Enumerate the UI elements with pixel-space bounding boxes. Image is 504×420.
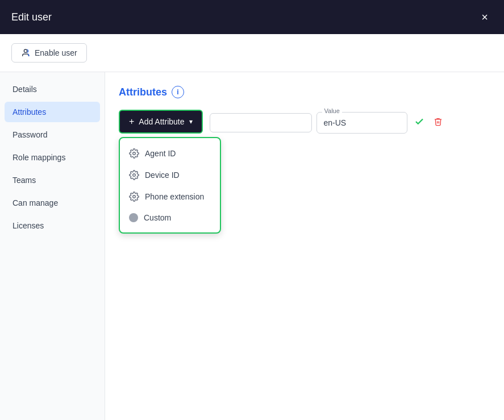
sidebar-item-details[interactable]: Details: [5, 79, 100, 99]
value-label: Value: [322, 107, 342, 114]
trash-icon: [434, 117, 443, 126]
attribute-name-input[interactable]: [210, 113, 312, 132]
agent-id-label: Agent ID: [145, 149, 176, 158]
enable-user-label: Enable user: [35, 48, 77, 57]
chevron-down-icon: ▾: [189, 118, 193, 126]
value-field-wrapper: Value: [316, 112, 407, 134]
custom-icon: [129, 213, 138, 222]
add-attribute-container: + Add Attribute ▾ Agent ID: [119, 110, 203, 134]
dropdown-item-agent-id[interactable]: Agent ID: [120, 143, 220, 164]
section-header: Attributes i: [119, 86, 490, 98]
close-button[interactable]: ×: [477, 9, 493, 25]
enable-user-button[interactable]: Enable user: [11, 43, 87, 63]
dropdown-item-custom[interactable]: Custom: [120, 207, 220, 228]
sidebar: Details Attributes Password Role mapping…: [0, 72, 105, 420]
modal-toolbar: Enable user: [0, 34, 504, 72]
delete-button[interactable]: [431, 115, 445, 131]
value-input-group: Value: [210, 112, 445, 134]
modal-body: Details Attributes Password Role mapping…: [0, 72, 504, 420]
edit-user-modal: Edit user × Enable user Details Attribut…: [0, 0, 504, 420]
attributes-row: + Add Attribute ▾ Agent ID: [119, 110, 490, 134]
sidebar-item-attributes[interactable]: Attributes: [5, 102, 100, 122]
sidebar-item-can-manage[interactable]: Can manage: [5, 193, 100, 213]
svg-point-3: [133, 196, 136, 198]
modal-header: Edit user ×: [0, 0, 504, 34]
sidebar-item-teams[interactable]: Teams: [5, 170, 100, 190]
dropdown-item-phone-extension[interactable]: Phone extension: [120, 186, 220, 207]
user-icon: [21, 48, 30, 57]
confirm-button[interactable]: [412, 114, 427, 132]
sidebar-item-password[interactable]: Password: [5, 124, 100, 145]
info-icon[interactable]: i: [172, 86, 184, 98]
section-title: Attributes: [119, 86, 167, 98]
phone-extension-label: Phone extension: [145, 192, 204, 201]
add-attribute-dropdown: Agent ID Device ID: [119, 137, 221, 234]
svg-point-0: [24, 49, 27, 52]
add-attribute-label: Add Attribute: [139, 117, 184, 126]
plus-icon: +: [129, 117, 134, 127]
main-content: Attributes i + Add Attribute ▾: [105, 72, 504, 420]
sidebar-item-licenses[interactable]: Licenses: [5, 215, 100, 236]
sidebar-item-role-mappings[interactable]: Role mappings: [5, 147, 100, 168]
check-icon: [414, 117, 424, 127]
dropdown-item-device-id[interactable]: Device ID: [120, 164, 220, 186]
device-id-icon: [129, 170, 139, 180]
add-attribute-button[interactable]: + Add Attribute ▾: [119, 110, 203, 134]
svg-point-1: [133, 152, 136, 155]
custom-label: Custom: [144, 213, 171, 222]
value-input[interactable]: [316, 112, 407, 134]
device-id-label: Device ID: [145, 171, 180, 180]
modal-title: Edit user: [11, 11, 52, 23]
phone-extension-icon: [129, 192, 139, 202]
agent-id-icon: [129, 148, 139, 159]
svg-point-2: [133, 174, 136, 177]
